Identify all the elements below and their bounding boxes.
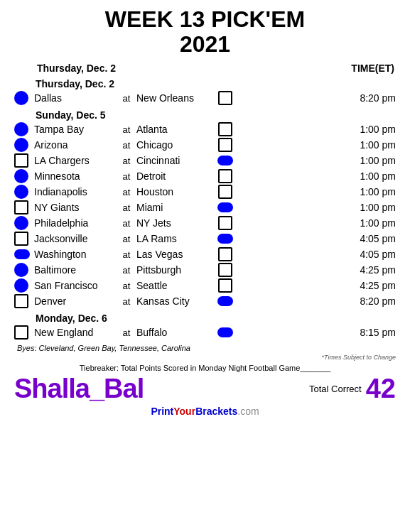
team-houston: Houston bbox=[136, 186, 215, 197]
game-row: LA Chargers at Cincinnati 1:00 pm bbox=[14, 153, 396, 168]
game-row: Dallas at New Orleans 8:20 pm bbox=[14, 91, 396, 105]
game-time: 8:20 pm bbox=[346, 92, 396, 104]
footer-brand: PrintYourBrackets.com bbox=[14, 406, 396, 417]
team-miami: Miami bbox=[136, 202, 215, 213]
team-seattle: Seattle bbox=[136, 280, 215, 291]
home-pick-sanfrancisco[interactable] bbox=[14, 278, 28, 293]
team-newengland: New England bbox=[34, 327, 119, 338]
away-pick-new-orleans[interactable] bbox=[217, 91, 233, 105]
game-row: Denver at Kansas City 8:20 pm bbox=[14, 294, 396, 308]
team-detroit: Detroit bbox=[136, 170, 215, 182]
game-time: 1:00 pm bbox=[346, 217, 396, 229]
team-baltimore: Baltimore bbox=[34, 264, 119, 276]
home-pick-jacksonville[interactable] bbox=[14, 232, 28, 246]
away-pick-buffalo[interactable] bbox=[217, 327, 233, 337]
team-lasvegas: Las Vegas bbox=[136, 249, 215, 260]
home-pick-dallas[interactable] bbox=[14, 91, 28, 105]
away-pick-lasvegas[interactable] bbox=[217, 247, 233, 261]
game-time: 1:00 pm bbox=[346, 124, 396, 135]
game-row: Jacksonville at LA Rams 4:05 pm bbox=[14, 232, 396, 246]
game-time: 4:25 pm bbox=[346, 264, 396, 276]
home-pick-nygiants[interactable] bbox=[14, 200, 28, 215]
branding-row: Shalla_Bal Total Correct 42 bbox=[14, 374, 396, 404]
team-nyjets: NY Jets bbox=[136, 217, 215, 229]
home-pick-washington[interactable] bbox=[14, 249, 30, 259]
home-pick-minnesota[interactable] bbox=[14, 169, 28, 183]
section-monday: Monday, Dec. 6 bbox=[36, 313, 396, 324]
game-time: 1:00 pm bbox=[346, 139, 396, 151]
team-indianapolis: Indianapolis bbox=[34, 186, 119, 197]
at-separator: at bbox=[119, 327, 134, 338]
at-separator: at bbox=[119, 218, 134, 229]
away-pick-chicago[interactable] bbox=[217, 138, 233, 152]
section-sunday: Sunday, Dec. 5 bbox=[36, 109, 396, 121]
team-philadelphia: Philadelphia bbox=[34, 217, 119, 229]
page-title: WEEK 13 PICK'EM2021 bbox=[14, 7, 396, 57]
total-correct-value: 42 bbox=[366, 374, 396, 404]
at-separator: at bbox=[119, 93, 134, 104]
home-pick-indianapolis[interactable] bbox=[14, 185, 28, 199]
tiebreaker: Tiebreaker: Total Points Scored in Monda… bbox=[14, 364, 396, 372]
team-pittsburgh: Pittsburgh bbox=[136, 264, 215, 276]
team-nygiants: NY Giants bbox=[34, 202, 119, 213]
away-pick-seattle[interactable] bbox=[217, 278, 233, 293]
away-pick-houston[interactable] bbox=[217, 185, 233, 199]
team-cincinnati: Cincinnati bbox=[136, 155, 215, 166]
game-time: 8:15 pm bbox=[346, 327, 396, 338]
away-pick-larams[interactable] bbox=[217, 234, 233, 244]
at-separator: at bbox=[119, 281, 134, 291]
team-dallas: Dallas bbox=[34, 92, 119, 104]
column-headers: Thursday, Dec. 2 TIME(ET) bbox=[14, 63, 396, 74]
team-jacksonville: Jacksonville bbox=[34, 233, 119, 244]
home-pick-newengland[interactable] bbox=[14, 325, 28, 340]
away-pick-kansascity[interactable] bbox=[217, 296, 233, 306]
game-row: Tampa Bay at Atlanta 1:00 pm bbox=[14, 122, 396, 136]
away-pick-pittsburgh[interactable] bbox=[217, 263, 233, 277]
page: WEEK 13 PICK'EM2021 Thursday, Dec. 2 TIM… bbox=[0, 0, 410, 424]
at-separator: at bbox=[119, 202, 134, 213]
away-pick-atlanta[interactable] bbox=[217, 122, 233, 136]
footer-print: Print bbox=[151, 406, 173, 417]
game-row: Indianapolis at Houston 1:00 pm bbox=[14, 185, 396, 199]
team-kansascity: Kansas City bbox=[136, 295, 215, 307]
away-pick-miami[interactable] bbox=[217, 202, 233, 212]
away-pick-cincinnati[interactable] bbox=[217, 156, 233, 165]
times-note: *Times Subject to Change bbox=[14, 354, 396, 361]
brand-name: Shalla_Bal bbox=[14, 374, 144, 404]
game-row: San Francisco at Seattle 4:25 pm bbox=[14, 278, 396, 293]
game-row: Washington at Las Vegas 4:05 pm bbox=[14, 247, 396, 261]
home-pick-arizona[interactable] bbox=[14, 138, 28, 152]
time-header: TIME(ET) bbox=[351, 63, 394, 74]
footer-com: .com bbox=[237, 406, 259, 417]
game-row: Minnesota at Detroit 1:00 pm bbox=[14, 169, 396, 183]
game-row: Baltimore at Pittsburgh 4:25 pm bbox=[14, 263, 396, 277]
game-row: NY Giants at Miami 1:00 pm bbox=[14, 200, 396, 215]
home-pick-philadelphia[interactable] bbox=[14, 216, 28, 230]
at-separator: at bbox=[119, 124, 134, 135]
game-time: 1:00 pm bbox=[346, 186, 396, 197]
team-washington: Washington bbox=[34, 249, 119, 260]
home-pick-lachargers[interactable] bbox=[14, 153, 28, 168]
game-time: 8:20 pm bbox=[346, 295, 396, 307]
home-pick-denver[interactable] bbox=[14, 294, 28, 308]
footer-your: Your bbox=[173, 406, 195, 417]
total-correct: Total Correct 42 bbox=[309, 374, 396, 404]
away-pick-nyjets[interactable] bbox=[217, 216, 233, 230]
sections: Thursday, Dec. 2 Dallas at New Orleans 8… bbox=[14, 78, 396, 340]
home-pick-baltimore[interactable] bbox=[14, 263, 28, 277]
game-row: Philadelphia at NY Jets 1:00 pm bbox=[14, 216, 396, 230]
game-time: 1:00 pm bbox=[346, 170, 396, 182]
team-atlanta: Atlanta bbox=[136, 124, 215, 135]
at-separator: at bbox=[119, 140, 134, 151]
team-chicago: Chicago bbox=[136, 139, 215, 151]
home-pick-tampabay[interactable] bbox=[14, 122, 28, 136]
team-lachargers: LA Chargers bbox=[34, 155, 119, 166]
at-separator: at bbox=[119, 234, 134, 244]
at-separator: at bbox=[119, 296, 134, 307]
game-row: New England at Buffalo 8:15 pm bbox=[14, 325, 396, 340]
team-arizona: Arizona bbox=[34, 139, 119, 151]
game-time: 4:05 pm bbox=[346, 249, 396, 260]
at-separator: at bbox=[119, 265, 134, 276]
total-correct-label: Total Correct bbox=[309, 384, 362, 394]
away-pick-detroit[interactable] bbox=[217, 169, 233, 183]
